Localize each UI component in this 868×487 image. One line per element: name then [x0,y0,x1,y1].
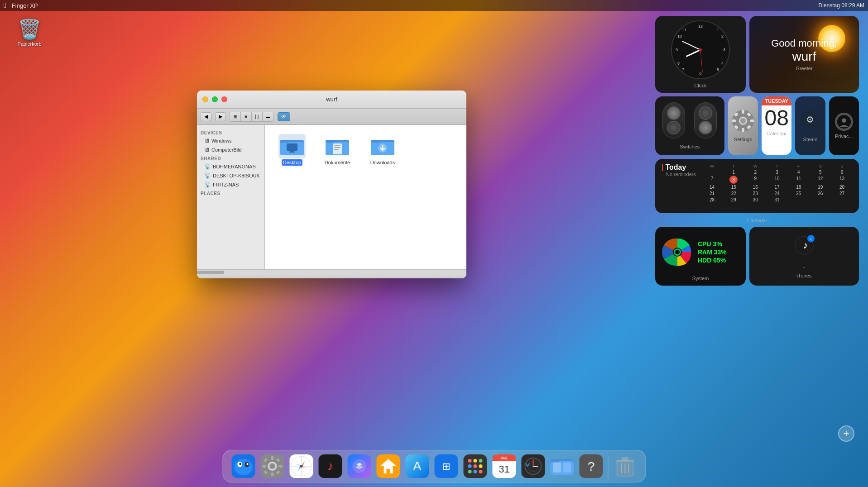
cal-day: 23 [745,191,766,196]
sidebar-item-windows[interactable]: 🖥 Windows [197,136,264,145]
eye-button[interactable]: 👁 [278,112,290,121]
itunes-icon: ♪ ♫ [793,234,815,261]
widget-steam[interactable]: ⚙ Steam [795,96,825,155]
back-button[interactable]: ◀ [201,112,211,121]
settings-label: Settings [734,137,752,142]
cal-day: 27 [831,191,853,196]
sidebar-item-bohmerangnas[interactable]: 📡 BOHMERANGNAS [197,162,264,171]
cal-day: 18 [788,184,809,190]
folder-dokumente[interactable]: Dokumente [319,134,355,166]
cal-day [810,197,831,203]
clock-center [699,48,702,51]
cal-day: 22 [723,191,744,196]
maximize-button[interactable] [212,96,218,102]
widget-itunes: ♪ ♫ - iTunes [749,227,859,286]
sidebar-item-label: DESKTOP-K8ISOUK [213,173,260,178]
dock-safari[interactable] [288,453,314,479]
widgets-panel: 12 3 6 9 1 11 2 10 4 8 5 7 Clock [655,16,859,286]
widget-privacy[interactable]: Privac... [829,96,859,155]
nas-icon: 📡 [204,181,211,188]
system-stats: CPU 3% RAM 33% HDD 65% [698,240,727,264]
sidebar-item-desktop-k8[interactable]: 📡 DESKTOP-K8ISOUK [197,171,264,180]
trash-desktop-icon[interactable]: 🗑️ Papierkorb [14,18,45,47]
svg-rect-5 [289,152,295,153]
cal-day: 10 [767,176,788,184]
add-widget-button[interactable]: + [838,425,854,442]
dock-files[interactable] [549,453,575,479]
svg-text:JUL: JUL [500,456,508,460]
cal-day-header: T [767,163,788,169]
finder-window: wurf ◀ ▶ ⊞ ≡ ||| ▬ 👁 DEVICES 🖥 Windows 🖥… [197,91,466,278]
widget-clock: 12 3 6 9 1 11 2 10 4 8 5 7 Clock [655,16,746,93]
dock-help[interactable]: ? [578,453,604,479]
finder-titlebar: wurf [197,91,466,109]
stat-cpu: CPU 3% [698,240,727,248]
folder-label: Dokumente [323,159,351,166]
svg-rect-10 [334,145,340,146]
icon-view-button[interactable]: ⊞ [230,112,241,121]
system-widget-inner: CPU 3% RAM 33% HDD 65% [662,231,739,273]
cal-day [701,169,723,175]
dock-siri[interactable] [346,453,372,479]
cal-day: 1 [723,169,744,175]
svg-point-86 [479,470,482,473]
column-view-button[interactable]: ||| [252,112,263,121]
cal-small-header: TUESDAY [762,96,791,105]
places-section-label: PLACES [197,189,264,197]
svg-rect-12 [334,149,339,150]
cal-day: 7 [701,176,723,184]
system-label: System [662,276,739,281]
folder-label: Desktop [282,159,302,166]
folder-icon-wrap [278,134,306,158]
forward-button[interactable]: ▶ [215,112,226,121]
finder-title: wurf [326,96,337,103]
scroll-thumb[interactable] [197,271,224,274]
cover-view-button[interactable]: ▬ [263,112,273,121]
dock-calendar[interactable]: 31 JUL [491,453,517,479]
cal-no-reminders: No reminders [662,172,696,177]
cal-day: 9 [745,176,766,184]
dock-home[interactable] [375,453,401,479]
dock-system-prefs[interactable] [259,453,285,479]
widget-settings[interactable]: Settings [728,96,758,155]
dock-bootcamp[interactable]: ⊞ [433,453,459,479]
horizontal-scrollbar[interactable] [197,269,466,275]
app-name[interactable]: Finger XP [12,2,38,9]
sidebar-item-label: ComputerBild [211,147,242,153]
dock-finder[interactable] [230,453,256,479]
cal-day: 4 [788,169,809,175]
sidebar-item-label: Windows [211,138,232,143]
switch-knob-right[interactable] [694,102,717,138]
folder-icon-wrap [369,134,396,158]
greeter-name: wurf [792,49,816,64]
svg-point-82 [473,464,477,468]
clock-label: Clock [694,83,707,88]
folder-downloads[interactable]: Downloads [364,134,401,166]
finder-statusbar [197,275,466,278]
dock-app-store[interactable]: A [404,453,430,479]
stat-ram: RAM 33% [698,248,727,256]
folder-desktop[interactable]: Desktop [274,134,310,166]
dock-launchpad[interactable] [462,453,488,479]
svg-rect-19 [742,110,744,114]
widget-calendar-small[interactable]: TUESDAY 08 Calendar [762,96,791,155]
minimize-button[interactable] [202,96,208,102]
dock-music[interactable]: ♪ [317,453,343,479]
sidebar-item-fritz-nas[interactable]: 📡 FRITZ-NAS [197,180,264,189]
svg-point-46 [239,463,241,465]
svg-text:⚙: ⚙ [806,115,814,124]
dock-time-machine[interactable] [520,453,546,479]
clock-minute-hand [682,41,701,50]
list-view-button[interactable]: ≡ [241,112,252,121]
trash-label: Papierkorb [17,41,41,47]
sidebar-item-computerbild[interactable]: 🖥 ComputerBild [197,145,264,154]
widget-row-4: CPU 3% RAM 33% HDD 65% System ♪ ♫ [655,227,859,286]
switch-knob-left[interactable] [662,102,685,138]
cal-day: 13 [831,176,853,184]
cal-day: 16 [745,184,766,190]
svg-point-84 [468,470,471,473]
dock-trash[interactable] [612,453,638,479]
close-button[interactable] [221,96,227,102]
svg-point-83 [479,464,482,468]
apple-menu[interactable]:  [4,1,6,10]
